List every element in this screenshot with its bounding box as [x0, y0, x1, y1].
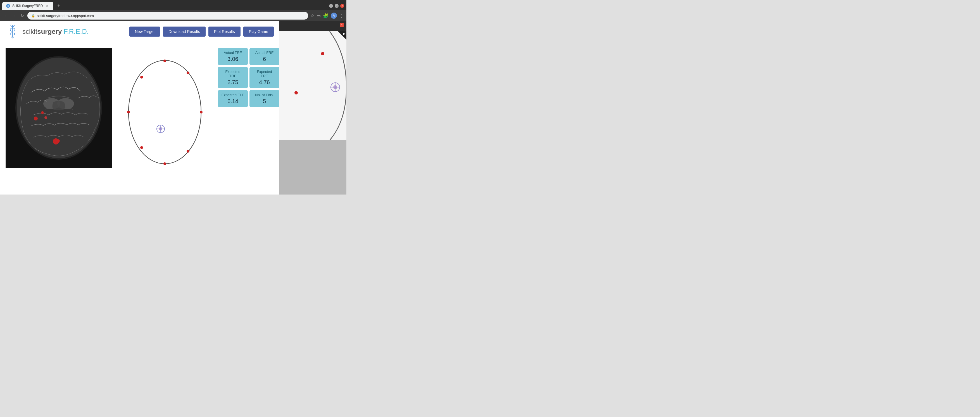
new-target-button[interactable]: New Target — [129, 27, 161, 37]
toolbar-icons: ☆ ▭ 🧩 A ⋮ — [310, 13, 344, 19]
stat-value-expected-fre: 4.76 — [253, 79, 276, 86]
svg-line-2 — [11, 25, 11, 26]
active-tab[interactable]: S SciKit-SurgeryFRED ✕ — [2, 2, 53, 10]
cast-icon[interactable]: ▭ — [317, 13, 321, 18]
corner-icon: ▶ — [343, 32, 345, 35]
web-app: scikitsurgery F.R.E.D. New Target Downlo… — [0, 21, 279, 194]
refresh-button[interactable]: ↻ — [19, 13, 25, 18]
fiducial-3 — [45, 116, 47, 119]
right-panel-close[interactable]: ✕ — [340, 23, 344, 27]
svg-point-11 — [164, 59, 166, 62]
stat-value-no-fids: 5 — [253, 98, 276, 105]
app-header: scikitsurgery F.R.E.D. New Target Downlo… — [0, 21, 279, 42]
new-tab-button[interactable]: + — [55, 2, 62, 10]
stat-value-expected-fle: 6.14 — [221, 98, 245, 105]
profile-icon[interactable]: A — [331, 13, 337, 19]
svg-point-24 — [294, 91, 298, 94]
url-text: scikit-surgeryfred.ew.r.appspot.com — [37, 14, 94, 18]
stat-card-actual-fre: Actual FRE 6 — [250, 48, 279, 65]
menu-icon[interactable]: ⋮ — [339, 13, 344, 18]
star-icon[interactable]: ☆ — [310, 13, 314, 18]
3d-view-panel — [117, 48, 212, 173]
svg-point-16 — [200, 111, 202, 113]
forward-button[interactable]: → — [11, 13, 18, 18]
logo-fred: F.R.E.D. — [62, 28, 89, 35]
right-panel-svg — [279, 31, 347, 140]
play-game-button[interactable]: Play Game — [243, 27, 274, 37]
address-bar-row: ← → ↻ 🔒 scikit-surgeryfred.ew.r.appspot.… — [0, 10, 347, 21]
svg-point-17 — [187, 150, 189, 153]
oval-svg — [117, 48, 212, 173]
right-panel-bottom — [279, 140, 347, 194]
content-area: Actual TRE 3.06 Actual FRE 6 Expected TR… — [0, 42, 279, 179]
svg-line-3 — [14, 25, 14, 26]
logo-scikit: scikit — [22, 28, 37, 35]
stats-grid: Actual TRE 3.06 Actual FRE 6 Expected TR… — [218, 48, 279, 107]
stat-value-actual-tre: 3.06 — [221, 56, 245, 62]
stat-label-actual-tre: Actual TRE — [221, 51, 245, 55]
plot-results-button[interactable]: Plot Results — [208, 27, 240, 37]
svg-point-15 — [187, 72, 189, 74]
lock-icon: 🔒 — [31, 14, 35, 18]
stat-card-no-fids: No. of Fids. 5 — [250, 90, 279, 107]
svg-point-23 — [321, 52, 325, 55]
back-button[interactable]: ← — [3, 13, 9, 18]
minimize-button[interactable]: − — [329, 4, 333, 8]
browser-chrome: S SciKit-SurgeryFRED ✕ + − □ ✕ ← → ↻ 🔒 s… — [0, 0, 347, 21]
main-layout: scikitsurgery F.R.E.D. New Target Downlo… — [0, 21, 347, 194]
address-bar[interactable]: 🔒 scikit-surgeryfred.ew.r.appspot.com — [27, 12, 308, 19]
tab-favicon: S — [6, 4, 10, 8]
stat-label-actual-fre: Actual FRE — [253, 51, 276, 55]
stat-label-expected-tre: Expected TRE — [221, 70, 245, 78]
logo-area: scikitsurgery F.R.E.D. — [6, 25, 89, 38]
fiducial-1 — [34, 116, 38, 121]
stat-value-actual-fre: 6 — [253, 56, 276, 62]
stat-card-actual-tre: Actual TRE 3.06 — [218, 48, 248, 65]
stats-panel: Actual TRE 3.06 Actual FRE 6 Expected TR… — [218, 48, 279, 173]
stat-label-no-fids: No. of Fids. — [253, 93, 276, 97]
brain-mri-svg — [6, 48, 112, 168]
tab-bar: S SciKit-SurgeryFRED ✕ + − □ ✕ — [0, 0, 347, 10]
logo-svg — [6, 25, 19, 38]
svg-point-10 — [129, 60, 201, 164]
download-results-button[interactable]: Download Results — [163, 27, 205, 37]
stat-value-expected-tre: 2.75 — [221, 79, 245, 86]
close-button[interactable]: ✕ — [340, 4, 344, 8]
brain-image-container[interactable] — [6, 48, 112, 168]
window-controls: − □ ✕ — [329, 4, 344, 8]
extensions-icon[interactable]: 🧩 — [323, 13, 329, 18]
header-buttons: New Target Download Results Plot Results… — [129, 27, 274, 37]
stat-label-expected-fle: Expected FLE — [221, 93, 245, 97]
svg-point-9 — [41, 111, 44, 114]
svg-point-12 — [140, 76, 143, 78]
svg-point-14 — [140, 146, 143, 149]
oval-view[interactable] — [117, 48, 212, 173]
target-marker — [53, 138, 59, 145]
stat-card-expected-tre: Expected TRE 2.75 — [218, 67, 248, 88]
tab-close-button[interactable]: ✕ — [45, 4, 49, 8]
right-panel-top-bar: ✕ — [279, 21, 347, 31]
brain-panel — [6, 48, 112, 173]
tab-title: SciKit-SurgeryFRED — [12, 4, 43, 8]
logo-surgery: surgery — [37, 28, 62, 35]
stat-card-expected-fre: Expected FRE 4.76 — [250, 67, 279, 88]
svg-point-18 — [164, 162, 166, 165]
stat-label-expected-fre: Expected FRE — [253, 70, 276, 78]
logo-text: scikitsurgery F.R.E.D. — [22, 28, 89, 35]
stat-card-expected-fle: Expected FLE 6.14 — [218, 90, 248, 107]
svg-point-13 — [127, 111, 130, 113]
right-panel: ✕ ▶ — [279, 21, 347, 194]
maximize-button[interactable]: □ — [335, 4, 339, 8]
right-panel-content: ▶ — [279, 31, 347, 140]
